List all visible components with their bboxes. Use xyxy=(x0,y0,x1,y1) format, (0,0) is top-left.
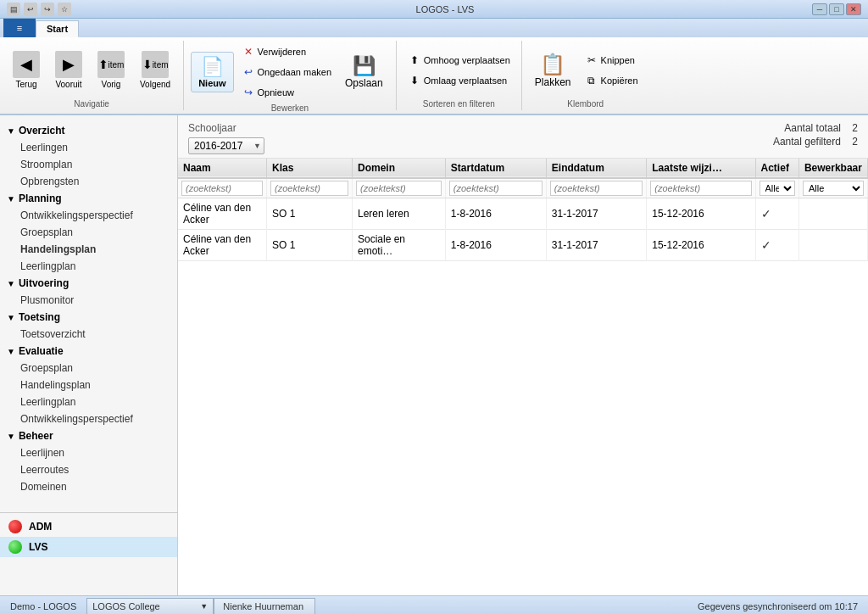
verwijderen-button[interactable]: ✕ Verwijderen xyxy=(237,42,336,61)
school-dropdown-arrow: ▼ xyxy=(200,602,208,611)
sidebar-item-stroomplan[interactable]: Stroomplan xyxy=(0,156,177,173)
sidebar-item-ontwikkelingsperspectief[interactable]: Ontwikkelingsperspectief xyxy=(0,207,177,224)
filter-naam-input[interactable] xyxy=(181,181,263,196)
col-actief: Actief xyxy=(755,159,798,178)
sidebar-toggle[interactable]: ◀ xyxy=(177,355,178,381)
schooljaar-label: Schooljaar xyxy=(188,122,264,134)
actief-checkmark: ✓ xyxy=(761,207,771,220)
filter-einddatum xyxy=(546,178,646,198)
sidebar-adm[interactable]: ADM xyxy=(0,516,177,537)
filter-laatste-wijziging xyxy=(647,178,755,198)
kopieren-icon: ⧉ xyxy=(585,74,598,87)
filter-bewerkbaar-select[interactable]: AlleJaNee xyxy=(803,181,864,196)
statusbar-left: Demo - LOGOS xyxy=(0,601,86,611)
table-cell: 15-12-2016 xyxy=(647,230,755,261)
volgend-item-button[interactable]: ⬇item Volgend xyxy=(134,47,176,93)
schooljaar-select[interactable]: 2016-2017 2015-2016 2014-2015 xyxy=(188,137,264,154)
minimize-button[interactable]: ─ xyxy=(812,3,827,15)
filter-actief-select[interactable]: AlleJaNee xyxy=(760,181,795,196)
terug-button[interactable]: ◀ Terug xyxy=(7,47,46,93)
table-row[interactable]: Céline van den AckerSO 1Leren leren1-8-2… xyxy=(178,198,868,230)
content-area: Schooljaar 2016-2017 2015-2016 2014-2015… xyxy=(178,115,868,595)
titlebar-icons: ▤ ↩ ↪ ☆ xyxy=(7,3,71,16)
omhoog-icon: ⬆ xyxy=(408,53,421,67)
sidebar-item-groepsplan[interactable]: Groepsplan xyxy=(0,224,177,241)
aantal-totaal-row: Aantal totaal 2 xyxy=(773,122,858,134)
sidebar-item-handelingsplan-eval[interactable]: Handelingsplan xyxy=(0,377,177,394)
filter-startdatum-input[interactable] xyxy=(449,181,542,196)
sidebar-section-toetsing[interactable]: ▼ Toetsing xyxy=(0,309,177,326)
bewerken-label: Bewerken xyxy=(271,103,309,113)
klembord-col: ✂ Knippen ⧉ Kopiëren xyxy=(581,51,643,90)
vooruit-button[interactable]: ▶ Vooruit xyxy=(49,47,88,93)
sidebar-section-uitvoering[interactable]: ▼ Uitvoering xyxy=(0,275,177,292)
filter-klas-input[interactable] xyxy=(270,181,348,196)
aantal-gefilterd-value: 2 xyxy=(852,136,858,148)
omhoog-button[interactable]: ⬆ Omhoog verplaatsen xyxy=(403,51,515,70)
opslaan-icon: 💾 xyxy=(353,55,376,77)
sidebar-item-opbrengsten[interactable]: Opbrengsten xyxy=(0,173,177,190)
sidebar-item-toetsoverzicht[interactable]: Toetsoverzicht xyxy=(0,326,177,343)
sidebar-item-leerlingplan-eval[interactable]: Leerlingplan xyxy=(0,394,177,410)
opnieuw-button[interactable]: ↪ Opnieuw xyxy=(237,83,336,102)
ongedaan-maken-button[interactable]: ↩ Ongedaan maken xyxy=(237,63,336,81)
plakken-button[interactable]: 📋 Plakken xyxy=(529,48,577,92)
sidebar-item-groepsplan-eval[interactable]: Groepsplan xyxy=(0,360,177,377)
omlaag-button[interactable]: ⬇ Omlaag verplaatsen xyxy=(403,71,515,90)
filter-einddatum-input[interactable] xyxy=(550,181,643,196)
opnieuw-icon: ↪ xyxy=(242,86,255,99)
sidebar-item-handelingsplan[interactable]: Handelingsplan xyxy=(0,241,177,258)
ribbon-group-bewerken: 📄 Nieuw ✕ Verwijderen ↩ Ongedaan maken ↪… xyxy=(184,41,397,110)
sidebar-item-leerlingplan[interactable]: Leerlingplan xyxy=(0,258,177,275)
table-cell: ✓ xyxy=(755,230,798,261)
table-cell: Céline van den Acker xyxy=(178,198,267,230)
sidebar-item-leerroutes[interactable]: Leerroutes xyxy=(0,461,177,478)
col-klas: Klas xyxy=(267,159,353,178)
sidebar-item-plusmonitor[interactable]: Plusmonitor xyxy=(0,292,177,309)
sidebar-item-ontwikkelingsperspectief-eval[interactable]: Ontwikkelingsperspectief xyxy=(0,410,177,427)
nieuw-button[interactable]: 📄 Nieuw xyxy=(191,52,233,92)
terug-icon: ◀ xyxy=(13,51,40,78)
kopieren-button[interactable]: ⧉ Kopiëren xyxy=(581,71,643,90)
knippen-button[interactable]: ✂ Knippen xyxy=(581,51,643,70)
sidebar-item-leerlingen[interactable]: Leerlingen xyxy=(0,139,177,156)
filter-domein-input[interactable] xyxy=(356,181,442,196)
table-cell: 1-8-2016 xyxy=(445,230,546,261)
sidebar-section-planning[interactable]: ▼ Planning xyxy=(0,190,177,207)
table-cell: 1-8-2016 xyxy=(445,198,546,230)
vorig-item-button[interactable]: ⬆item Vorig xyxy=(92,47,131,93)
ribbon-menu-button[interactable]: ≡ xyxy=(3,19,36,37)
close-button[interactable]: ✕ xyxy=(846,3,861,15)
opslaan-button[interactable]: 💾 Opslaan xyxy=(339,51,389,93)
table-cell: Céline van den Acker xyxy=(178,230,267,261)
statusbar: Demo - LOGOS LOGOS College ▼ Nienke Huur… xyxy=(0,595,868,614)
col-bewerkbaar: Bewerkbaar xyxy=(798,159,867,178)
window-title: LOGOS - LVS xyxy=(78,4,812,14)
restore-button[interactable]: □ xyxy=(829,3,844,15)
lvs-dot xyxy=(8,540,22,554)
sidebar-section-overzicht[interactable]: ▼ Overzicht xyxy=(0,122,177,139)
table-cell: Leren leren xyxy=(352,198,445,230)
verwijderen-icon: ✕ xyxy=(242,45,255,59)
table-cell xyxy=(798,198,867,230)
tab-start[interactable]: Start xyxy=(36,20,79,37)
sidebar-lvs[interactable]: LVS xyxy=(0,537,177,557)
main-table: Naam Klas Domein Startdatum Einddatum La… xyxy=(178,159,868,261)
col-laatste-wijziging: Laatste wijzi… xyxy=(647,159,755,178)
filter-naam xyxy=(178,178,267,198)
filter-laatste-input[interactable] xyxy=(650,181,751,196)
user-display: Nienke Huurneman xyxy=(214,598,315,615)
sidebar-item-domeinen[interactable]: Domeinen xyxy=(0,478,177,495)
school-dropdown[interactable]: LOGOS College ▼ xyxy=(86,598,214,615)
main-area: ▼ Overzicht Leerlingen Stroomplan Opbren… xyxy=(0,115,868,595)
sidebar-section-evaluatie[interactable]: ▼ Evaluatie xyxy=(0,343,177,360)
table-cell: 31-1-2017 xyxy=(546,230,646,261)
aantal-totaal-label: Aantal totaal xyxy=(784,122,841,134)
beheer-label: Beheer xyxy=(19,430,53,442)
aantal-totaal-value: 2 xyxy=(852,122,858,134)
table-row[interactable]: Céline van den AckerSO 1Sociale en emoti… xyxy=(178,230,868,261)
bewerken-buttons: 📄 Nieuw ✕ Verwijderen ↩ Ongedaan maken ↪… xyxy=(191,42,389,102)
app-icon-4: ☆ xyxy=(58,3,71,16)
sidebar-section-beheer[interactable]: ▼ Beheer xyxy=(0,427,177,444)
sidebar-item-leerlijnen[interactable]: Leerlijnen xyxy=(0,444,177,461)
